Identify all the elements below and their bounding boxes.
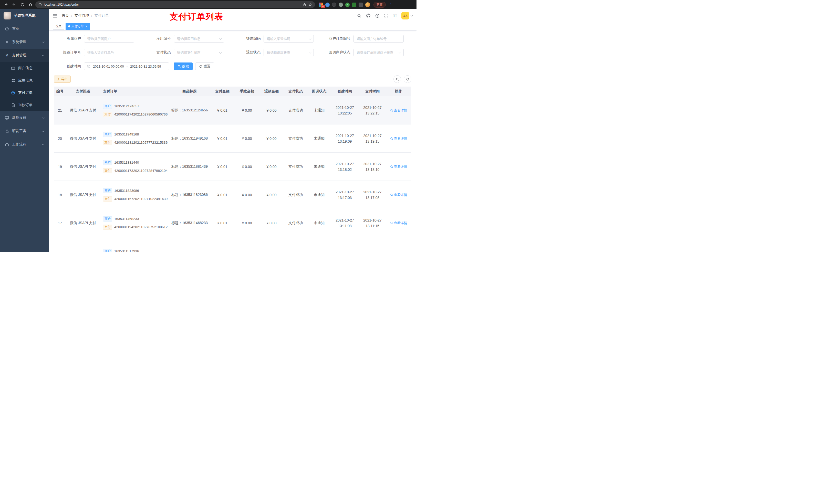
notify-status-select[interactable] bbox=[354, 49, 404, 56]
page-content: 所属商户 应用编号 渠道编码 商户订单编号 渠道订单号 bbox=[49, 31, 416, 252]
app-logo[interactable]: 芋道管理系统 bbox=[0, 9, 49, 22]
export-button-label: 导出 bbox=[61, 77, 68, 81]
pay-tag: 支付 bbox=[103, 168, 112, 173]
merchant-filter-input[interactable] bbox=[84, 35, 134, 43]
create-time-range[interactable]: 2021-10-01 00:00:00 - 2021-10-31 23:59:5… bbox=[84, 63, 169, 70]
sidebar-item-payment[interactable]: ¥ 支付管理 bbox=[0, 49, 49, 62]
filter-label: 支付状态 bbox=[144, 50, 174, 55]
search-icon[interactable] bbox=[357, 14, 361, 18]
tab-home[interactable]: 首页 bbox=[53, 23, 64, 30]
extension-icon-gray[interactable] bbox=[339, 3, 343, 7]
col-channel: 支付渠道 bbox=[66, 89, 100, 94]
cell-fee: ¥ 0.00 bbox=[235, 108, 259, 113]
extension-icon-dark-circle[interactable] bbox=[332, 3, 336, 7]
cell-refund: ¥ 0.00 bbox=[259, 137, 284, 141]
url-text[interactable]: localhost:1024/pay/order bbox=[44, 3, 301, 6]
sidebar-item-home[interactable]: 首页 bbox=[0, 22, 49, 35]
table-row[interactable]: 商户1635311517936 bbox=[54, 237, 411, 252]
reload-icon[interactable] bbox=[19, 1, 26, 8]
cell-fee: ¥ 0.00 bbox=[235, 193, 259, 197]
cell-id: 17 bbox=[54, 221, 66, 225]
sidebar-item-label: 退款订单 bbox=[18, 103, 32, 107]
tab-pay-order[interactable]: 支付订单 × bbox=[66, 23, 90, 30]
bookmark-star-icon[interactable] bbox=[308, 3, 312, 6]
forward-icon[interactable] bbox=[11, 1, 18, 8]
extension-icon-green-check[interactable]: ✓ bbox=[345, 3, 350, 7]
merchant-order-no: 1635311468233 bbox=[114, 217, 139, 221]
col-create-time: 创建时间 bbox=[331, 89, 359, 94]
table-row[interactable]: 19 微信 JSAPI 支付 商户1635311881440 支付4200001… bbox=[54, 153, 411, 181]
sidebar-item-pay-order[interactable]: 支付订单 bbox=[0, 87, 49, 99]
channel-order-no: 4200001174202110278060590766 bbox=[114, 113, 168, 116]
table-row[interactable]: 18 微信 JSAPI 支付 商户1635311823086 支付4200001… bbox=[54, 181, 411, 209]
cell-status: 支付成功 bbox=[284, 108, 307, 113]
reset-button[interactable]: 重置 bbox=[195, 63, 214, 70]
cell-notify: 未通知 bbox=[307, 221, 331, 225]
channel-order-no: 4200001173202110272847982104 bbox=[114, 169, 168, 173]
app-no-select[interactable] bbox=[174, 35, 224, 43]
merchant-order-no-input[interactable] bbox=[354, 35, 404, 43]
chevron-down-icon bbox=[42, 116, 45, 119]
cell-create-time: 2021-10-2713:17:03 bbox=[331, 189, 359, 200]
sidebar-item-system[interactable]: 系统管理 bbox=[0, 35, 49, 49]
back-icon[interactable] bbox=[3, 1, 9, 8]
extensions-puzzle-icon[interactable] bbox=[359, 3, 363, 7]
breadcrumb-home[interactable]: 首页 bbox=[62, 13, 69, 18]
extension-icon-colorful[interactable]: 10 bbox=[319, 3, 323, 7]
browser-profile-avatar[interactable] bbox=[365, 2, 370, 7]
user-menu[interactable] bbox=[401, 12, 412, 20]
home-icon[interactable] bbox=[27, 1, 34, 8]
view-detail-link[interactable]: 查看详情 bbox=[390, 108, 407, 113]
col-notify: 回调状态 bbox=[307, 89, 331, 94]
pay-status-select[interactable] bbox=[174, 49, 224, 56]
target-icon bbox=[11, 91, 15, 95]
url-bar[interactable]: localhost:1024/pay/order bbox=[35, 1, 315, 8]
hamburger-icon[interactable] bbox=[53, 13, 57, 18]
fullscreen-icon[interactable] bbox=[384, 14, 388, 18]
table-row[interactable]: 17 微信 JSAPI 支付 商户1635311468233 支付4200001… bbox=[54, 209, 411, 237]
extension-icon-blue[interactable] bbox=[325, 3, 330, 7]
filter-label: 所属商户 bbox=[54, 37, 84, 41]
view-detail-link[interactable]: 查看详情 bbox=[390, 136, 407, 141]
search-button[interactable]: 搜索 bbox=[174, 63, 193, 70]
browser-update-button[interactable]: 更新 bbox=[374, 2, 386, 8]
view-detail-link[interactable]: 查看详情 bbox=[390, 193, 407, 197]
share-icon[interactable] bbox=[303, 3, 306, 6]
chevron-down-icon bbox=[42, 143, 45, 145]
channel-order-no-input[interactable] bbox=[84, 49, 134, 56]
sidebar-item-devtools[interactable]: 研发工具 bbox=[0, 124, 49, 138]
sidebar-item-refund-order[interactable]: 退款订单 bbox=[0, 99, 49, 111]
help-icon[interactable] bbox=[375, 14, 380, 18]
toggle-search-icon[interactable] bbox=[394, 75, 401, 83]
channel-code-select[interactable] bbox=[264, 35, 314, 43]
filter-form: 所属商户 应用编号 渠道编码 商户订单编号 渠道订单号 bbox=[54, 35, 411, 56]
table-header: 编号 支付渠道 支付订单 商品标题 支付金额 手续金额 退款金额 支付状态 回调… bbox=[54, 87, 411, 96]
font-size-icon[interactable]: TT bbox=[393, 14, 397, 18]
sidebar-item-label: 研发工具 bbox=[12, 129, 26, 134]
cell-fee: ¥ 0.00 bbox=[235, 221, 259, 225]
refresh-icon[interactable] bbox=[404, 75, 411, 83]
col-fee: 手续金额 bbox=[235, 89, 259, 94]
sidebar-item-infra[interactable]: 基础设施 bbox=[0, 111, 49, 124]
col-title: 商品标题 bbox=[169, 89, 210, 94]
sidebar-item-workflow[interactable]: 工作流程 bbox=[0, 138, 49, 151]
github-icon[interactable] bbox=[366, 13, 371, 18]
filter-label: 创建时间 bbox=[54, 64, 84, 69]
breadcrumb-payment[interactable]: 支付管理 bbox=[74, 13, 89, 18]
app-title: 芋道管理系统 bbox=[14, 13, 35, 18]
site-info-icon[interactable] bbox=[39, 3, 42, 6]
table-row[interactable]: 20 微信 JSAPI 支付 商户1635311949168 支付4200001… bbox=[54, 124, 411, 153]
close-icon[interactable]: × bbox=[85, 25, 87, 28]
browser-menu-icon[interactable]: ⋮ bbox=[388, 3, 394, 7]
view-detail-link[interactable]: 查看详情 bbox=[390, 221, 407, 225]
view-detail-link[interactable]: 查看详情 bbox=[390, 164, 407, 169]
refund-status-select[interactable] bbox=[264, 49, 314, 56]
merchant-tag: 商户 bbox=[103, 160, 112, 165]
cell-id: 18 bbox=[54, 193, 66, 197]
table-row[interactable]: 21 微信 JSAPI 支付 商户1635312124657 支付4200001… bbox=[54, 96, 411, 124]
sidebar-item-app-info[interactable]: 应用信息 bbox=[0, 74, 49, 87]
extension-icon-green-square[interactable] bbox=[352, 3, 356, 7]
sidebar-item-label: 工作流程 bbox=[12, 142, 26, 147]
export-button[interactable]: 导出 bbox=[54, 75, 71, 83]
sidebar-item-merchant-info[interactable]: 商户信息 bbox=[0, 62, 49, 74]
